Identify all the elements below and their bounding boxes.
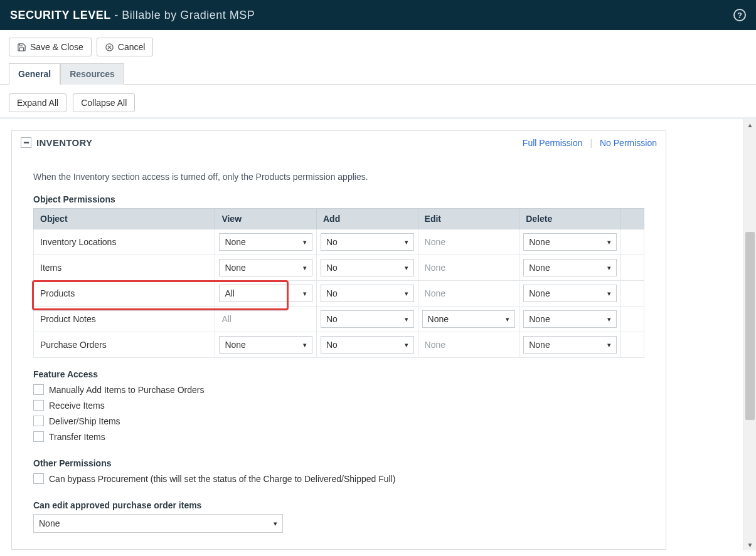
edit-cell: None [418,332,519,358]
scroll-thumb[interactable] [745,232,755,420]
chevron-down-icon: ▾ [405,341,408,349]
help-icon[interactable]: ? [733,9,746,21]
collapse-icon[interactable]: ━ [21,137,31,148]
delete-select-2[interactable]: None▾ [523,285,617,302]
feature-checkbox-0[interactable] [33,384,44,395]
edit-select-3[interactable]: None▾ [422,310,516,328]
table-row: ItemsNone▾No▾NoneNone▾ [34,255,644,281]
other-perm-checkbox-0[interactable] [33,473,44,484]
chevron-down-icon: ▾ [607,238,611,246]
view-cell: None▾ [215,255,317,281]
chevron-down-icon: ▾ [405,290,408,298]
scroll-region: ━ INVENTORY Full Permission | No Permiss… [0,117,756,550]
page-title-strong: SECURITY LEVEL [10,9,111,21]
save-icon [17,43,26,52]
scroll-down-icon[interactable]: ▼ [744,539,756,550]
cancel-icon [105,43,114,52]
feature-checkbox-1[interactable] [33,400,44,411]
delete-cell: None▾ [519,281,621,307]
add-cell: No▾ [316,332,418,358]
chevron-down-icon: ▾ [607,290,611,298]
delete-select-3-value: None [529,314,550,324]
delete-select-1[interactable]: None▾ [523,259,617,276]
edit-po-select[interactable]: None ▾ [33,514,283,533]
chevron-down-icon: ▾ [405,315,408,323]
expand-all-button[interactable]: Expand All [9,93,67,112]
spacer-cell [620,255,644,281]
chevron-down-icon: ▾ [303,341,307,349]
chevron-down-icon: ▾ [506,315,509,323]
spacer-cell [620,281,644,307]
add-select-1-value: No [326,263,338,273]
add-cell: No▾ [316,307,418,332]
scroll-up-icon[interactable]: ▲ [744,119,756,130]
spacer-cell [620,332,644,358]
feature-label: Receive Items [49,401,105,411]
collapse-all-button[interactable]: Collapse All [73,93,135,112]
panel-title: INVENTORY [36,137,92,148]
col-edit: Edit [418,209,519,229]
add-cell: No▾ [316,255,418,281]
feature-item: Manually Add Items to Purchase Orders [33,384,644,395]
add-cell: No▾ [316,229,418,255]
vertical-scrollbar[interactable]: ▲ ▼ [743,119,756,550]
page-title-sub: - Billable by Gradient MSP [111,9,255,21]
add-select-2[interactable]: No▾ [321,285,414,302]
add-select-0-value: No [326,237,338,247]
save-close-button[interactable]: Save & Close [9,38,92,56]
feature-checkbox-2[interactable] [33,416,44,426]
add-select-2-value: No [326,288,338,298]
object-permissions-heading: Object Permissions [33,194,644,204]
spacer-cell [620,229,644,255]
full-permission-link[interactable]: Full Permission [523,138,583,148]
toolbar: Save & Close Cancel [0,30,756,63]
feature-checkbox-3[interactable] [33,431,44,442]
other-perm-item: Can bypass Procurement (this will set th… [33,473,644,484]
view-cell: None▾ [215,332,317,358]
cancel-label: Cancel [118,42,146,52]
add-select-4-value: No [326,340,338,350]
tab-resources[interactable]: Resources [60,63,124,85]
expand-all-label: Expand All [17,98,58,108]
edit-po-heading: Can edit approved purchase order items [33,500,644,510]
feature-label: Manually Add Items to Purchase Orders [49,385,204,395]
delete-cell: None▾ [519,332,621,358]
view-cell: None▾ [215,229,317,255]
chevron-down-icon: ▾ [405,238,408,246]
feature-label: Transfer Items [49,432,105,442]
cancel-button[interactable]: Cancel [97,38,154,56]
edit-po-value: None [39,518,60,528]
add-select-4[interactable]: No▾ [321,336,414,354]
view-select-0[interactable]: None▾ [219,233,312,251]
panel-note: When the Inventory section access is tur… [33,172,644,182]
feature-label: Deliver/Ship Items [49,416,120,426]
spacer-cell [620,307,644,332]
col-add: Add [316,209,418,229]
col-object: Object [34,209,215,229]
view-select-1[interactable]: None▾ [219,259,312,276]
delete-select-0-value: None [529,237,550,247]
view-select-1-value: None [225,263,245,273]
add-select-3-value: No [326,314,338,324]
object-cell: Items [34,255,215,281]
table-row: Purchase OrdersNone▾No▾NoneNone▾ [34,332,644,358]
delete-select-3[interactable]: None▾ [523,310,617,328]
add-select-1[interactable]: No▾ [321,259,414,276]
view-select-0-value: None [225,237,245,247]
panel-inventory: ━ INVENTORY Full Permission | No Permiss… [11,130,666,550]
add-cell: No▾ [316,281,418,307]
delete-select-4[interactable]: None▾ [523,336,617,354]
object-cell: Inventory Locations [34,229,215,255]
delete-select-0[interactable]: None▾ [523,233,617,251]
add-select-3[interactable]: No▾ [321,310,414,328]
no-permission-link[interactable]: No Permission [600,138,657,148]
edit-select-3-value: None [428,314,449,324]
chevron-down-icon: ▾ [405,264,408,272]
other-perm-label: Can bypass Procurement (this will set th… [49,474,396,484]
chevron-down-icon: ▾ [274,520,277,528]
tab-general[interactable]: General [9,63,60,85]
chevron-down-icon: ▾ [303,264,307,272]
view-select-4[interactable]: None▾ [219,336,312,354]
collapse-all-label: Collapse All [81,98,127,108]
add-select-0[interactable]: No▾ [321,233,414,251]
